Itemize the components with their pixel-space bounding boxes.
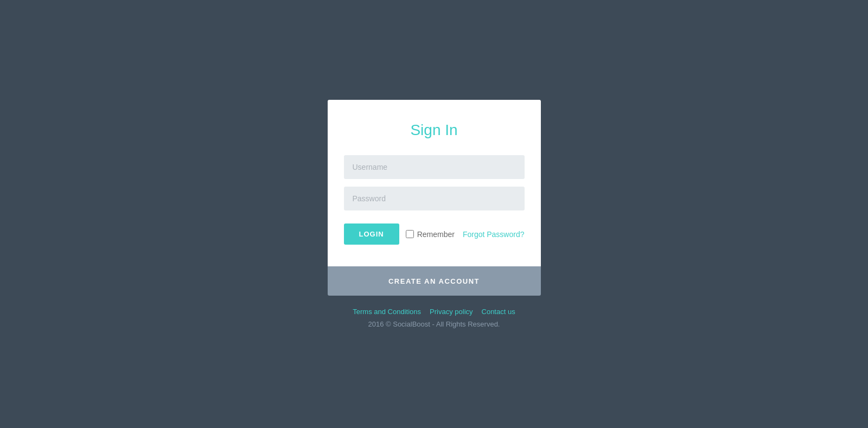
login-wrapper: Sign In LOGIN Remember Forgot Password? … <box>328 100 541 328</box>
remember-checkbox[interactable] <box>406 230 414 238</box>
actions-row: LOGIN Remember Forgot Password? <box>344 223 525 245</box>
remember-text: Remember <box>417 230 455 239</box>
login-button[interactable]: LOGIN <box>344 223 399 245</box>
login-card: Sign In LOGIN Remember Forgot Password? <box>328 100 541 266</box>
footer-links: Terms and Conditions Privacy policy Cont… <box>353 308 515 316</box>
create-account-bar[interactable]: CREATE AN ACCOUNT <box>328 266 541 296</box>
remember-label[interactable]: Remember <box>406 230 455 239</box>
contact-link[interactable]: Contact us <box>482 308 515 316</box>
terms-link[interactable]: Terms and Conditions <box>353 308 421 316</box>
footer-copyright: 2016 © SocialBoost - All Rights Reserved… <box>368 320 500 328</box>
privacy-link[interactable]: Privacy policy <box>430 308 473 316</box>
username-input[interactable] <box>344 155 525 179</box>
password-input[interactable] <box>344 187 525 210</box>
forgot-password-link[interactable]: Forgot Password? <box>463 230 525 239</box>
sign-in-title: Sign In <box>344 122 525 139</box>
create-account-text: CREATE AN ACCOUNT <box>388 277 480 285</box>
